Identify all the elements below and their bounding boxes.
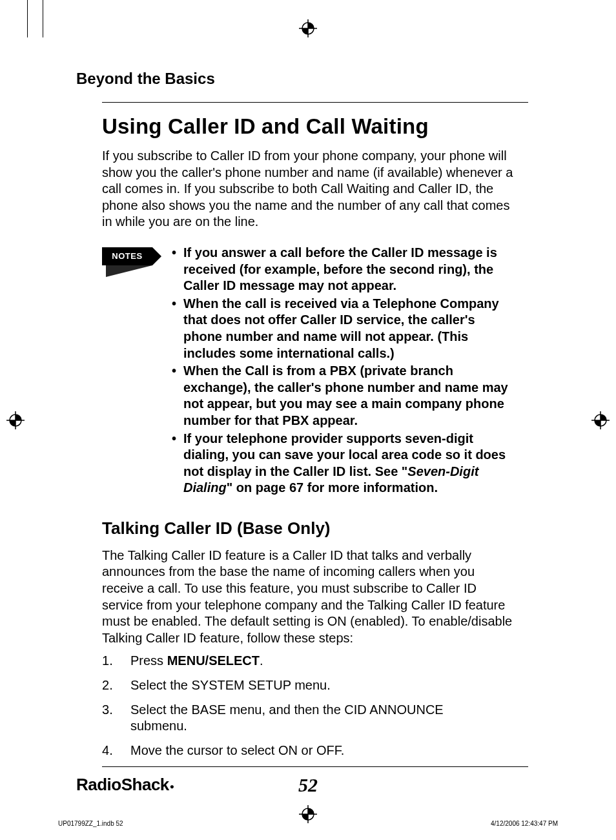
print-footer: UP01799ZZ_1.indb 52 4/12/2006 12:43:47 P…: [58, 820, 558, 827]
list-item: If your telephone provider supports seve…: [172, 431, 514, 497]
sub-heading: Talking Caller ID (Base Only): [102, 518, 540, 538]
notes-badge-shadow-icon: [106, 265, 152, 277]
brand-text: RadioShack: [76, 775, 169, 794]
list-item: If you answer a call before the Caller I…: [172, 245, 514, 294]
step-bold: MENU/SELECT: [167, 653, 260, 668]
print-file-label: UP01799ZZ_1.indb 52: [58, 820, 123, 827]
notes-badge-label: NOTES: [102, 247, 152, 265]
list-item: Move the cursor to select ON or OFF.: [102, 743, 502, 759]
body-paragraph: The Talking Caller ID feature is a Calle…: [102, 548, 515, 647]
section-label: Beyond the Basics: [76, 70, 540, 88]
registration-mark-icon: [299, 19, 317, 37]
brand-dot-icon: ●: [170, 782, 174, 791]
list-item: When the Call is from a PBX (private bra…: [172, 363, 514, 429]
list-item: When the call is received via a Telephon…: [172, 296, 514, 362]
divider: [102, 102, 528, 103]
divider: [102, 766, 528, 767]
arrow-right-icon: [152, 247, 161, 265]
list-item: Press MENU/SELECT.: [102, 653, 502, 670]
notes-list: If you answer a call before the Caller I…: [172, 245, 514, 498]
step-text: Press: [130, 653, 167, 668]
notes-block: NOTES If you answer a call before the Ca…: [102, 245, 540, 498]
note-text: " on page 67 for more information.: [227, 480, 438, 495]
list-item: Select the SYSTEM SETUP menu.: [102, 677, 502, 694]
notes-badge: NOTES: [102, 247, 160, 498]
registration-mark-icon: [6, 411, 25, 429]
crop-mark: [27, 0, 28, 37]
steps-list: Press MENU/SELECT. Select the SYSTEM SET…: [102, 653, 502, 759]
intro-paragraph: If you subscribe to Caller ID from your …: [102, 148, 515, 230]
list-item: Select the BASE menu, and then the CID A…: [102, 702, 502, 735]
page-footer: RadioShack● 52: [76, 775, 540, 795]
brand-logo: RadioShack●: [76, 775, 174, 795]
step-text: .: [260, 653, 263, 668]
print-timestamp: 4/12/2006 12:43:47 PM: [491, 820, 558, 827]
page-content: Beyond the Basics Using Caller ID and Ca…: [76, 70, 540, 767]
crop-mark: [43, 0, 43, 37]
page-title: Using Caller ID and Call Waiting: [102, 114, 540, 139]
registration-mark-icon: [591, 411, 610, 429]
page-number: 52: [298, 774, 318, 796]
